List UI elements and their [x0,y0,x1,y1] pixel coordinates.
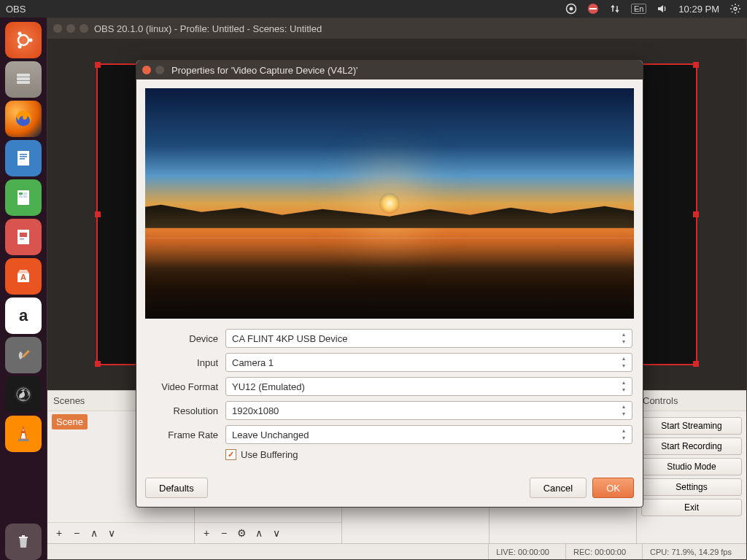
use-buffering-label: Use Buffering [241,449,298,460]
svg-rect-9 [17,74,30,77]
settings-button[interactable]: Settings [641,478,742,496]
launcher-vlc-icon[interactable] [5,416,42,452]
dialog-preview [145,88,634,319]
controls-panel: Controls Start Streaming Start Recording… [637,391,746,543]
launcher-calc-icon[interactable] [5,179,42,216]
studio-mode-button[interactable]: Studio Mode [641,458,742,475]
svg-rect-32 [22,535,25,537]
svg-rect-24 [20,238,24,240]
remove-source-button[interactable]: − [217,526,231,540]
obs-statusbar: LIVE: 00:00:00 REC: 00:00:00 CPU: 71.9%,… [47,543,746,559]
svg-rect-11 [17,81,30,84]
svg-rect-19 [23,192,27,195]
status-live: LIVE: 00:00:00 [488,544,557,559]
dialog-minimize-icon[interactable] [155,66,164,74]
clock[interactable]: 10:29 PM [678,4,719,15]
sources-toolbar: + − ⚙ ∧ ∨ [195,522,341,543]
defaults-button[interactable]: Defaults [145,478,208,498]
svg-rect-10 [17,77,30,80]
svg-rect-20 [19,195,23,198]
frame-rate-label: Frame Rate [147,429,225,440]
status-rec: REC: 00:00:00 [565,544,633,559]
source-up-button[interactable]: ∧ [252,526,266,540]
svg-rect-21 [23,195,27,198]
system-tray: En 10:29 PM [565,3,741,15]
dialog-titlebar[interactable]: Properties for 'Video Capture Device (V4… [136,61,643,79]
scene-list-item[interactable]: Scene [52,414,88,429]
svg-point-8 [18,45,22,49]
unity-launcher: A a [0,18,47,560]
exit-button[interactable]: Exit [641,499,742,516]
gear-icon[interactable] [729,3,741,15]
remove-scene-button[interactable]: − [69,526,84,540]
maximize-icon[interactable] [80,24,88,33]
network-icon[interactable] [609,3,621,15]
resolution-select[interactable]: 1920x1080▴▾ [225,401,632,420]
launcher-dash-icon[interactable] [5,22,42,58]
launcher-files-icon[interactable] [5,61,42,98]
svg-rect-31 [19,537,28,538]
svg-rect-3 [589,8,597,9]
svg-rect-30 [18,439,28,441]
video-format-select[interactable]: YU12 (Emulated)▴▾ [225,377,632,396]
svg-rect-15 [20,156,27,158]
svg-text:A: A [20,273,26,281]
svg-point-1 [569,7,573,11]
svg-rect-18 [19,192,23,195]
dialog-close-icon[interactable] [142,66,151,74]
launcher-amazon-icon[interactable]: a [5,298,42,334]
scene-down-button[interactable]: ∨ [104,526,119,540]
minimize-icon[interactable] [66,24,75,33]
start-streaming-button[interactable]: Start Streaming [641,417,742,435]
frame-rate-select[interactable]: Leave Unchanged▴▾ [225,425,632,444]
source-down-button[interactable]: ∨ [269,526,284,540]
add-source-button[interactable]: + [199,526,214,540]
use-buffering-checkbox[interactable]: ✓ [225,449,236,460]
svg-point-7 [18,32,22,36]
device-label: Device [147,333,225,344]
source-settings-button[interactable]: ⚙ [234,526,249,540]
launcher-firefox-icon[interactable] [5,101,42,137]
launcher-trash-icon[interactable] [5,524,42,560]
svg-rect-16 [20,158,25,160]
svg-rect-26 [22,350,30,358]
svg-rect-14 [20,154,27,155]
add-scene-button[interactable]: + [52,526,66,540]
svg-rect-29 [21,431,26,433]
close-icon[interactable] [53,24,62,33]
dialog-footer: Defaults Cancel OK [136,470,643,507]
controls-panel-title: Controls [637,391,746,411]
resolution-label: Resolution [147,405,225,416]
system-menubar: OBS En 10:29 PM [0,0,747,18]
launcher-software-icon[interactable]: A [5,258,42,295]
svg-rect-23 [20,233,27,237]
language-indicator[interactable]: En [631,4,646,14]
svg-point-5 [18,35,28,45]
status-cpu: CPU: 71.9%, 14.29 fps [642,544,739,559]
obs-tray-icon[interactable] [565,3,577,15]
ok-button[interactable]: OK [592,478,634,498]
menubar-app-title: OBS [6,4,26,15]
device-select[interactable]: CA FLINT 4KP USB Device▴▾ [225,329,632,348]
obs-titlebar[interactable]: OBS 20.1.0 (linux) - Profile: Untitled -… [47,18,746,39]
input-select[interactable]: Camera 1▴▾ [225,353,632,372]
launcher-writer-icon[interactable] [5,140,42,176]
cancel-button[interactable]: Cancel [530,478,587,498]
video-format-label: Video Format [147,381,225,392]
start-recording-button[interactable]: Start Recording [641,438,742,455]
scene-up-button[interactable]: ∧ [87,526,101,540]
launcher-obs-icon[interactable] [5,376,42,413]
obs-window-title: OBS 20.1.0 (linux) - Profile: Untitled -… [94,23,322,34]
properties-form: Device CA FLINT 4KP USB Device▴▾ Input C… [145,319,634,462]
dialog-title: Properties for 'Video Capture Device (V4… [171,65,357,76]
svg-point-6 [29,39,33,42]
volume-icon[interactable] [657,3,668,15]
svg-point-4 [734,7,737,10]
properties-dialog: Properties for 'Video Capture Device (V4… [136,60,643,508]
launcher-impress-icon[interactable] [5,219,42,255]
launcher-settings-icon[interactable] [5,337,42,373]
input-label: Input [147,357,225,368]
no-entry-icon[interactable] [587,3,599,15]
scenes-toolbar: + − ∧ ∨ [47,522,194,543]
